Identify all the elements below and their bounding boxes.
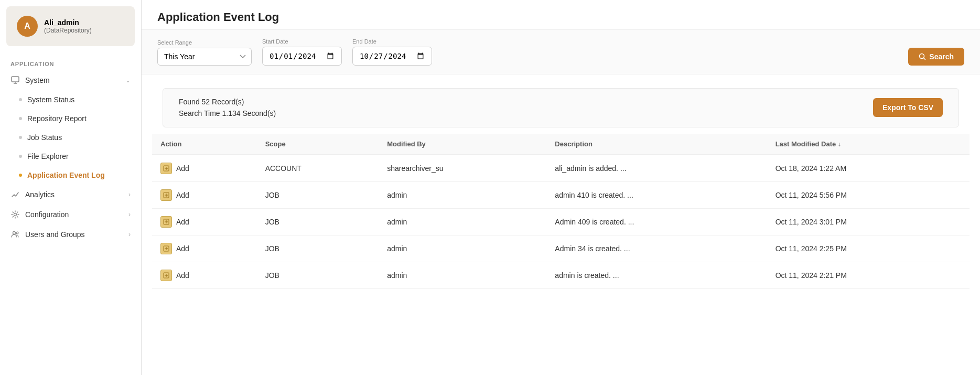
results-info: Found 52 Record(s) Search Time 1.134 Sec… [179, 96, 276, 120]
page-header: Application Event Log [142, 0, 980, 30]
range-filter-group: Select Range This Year Last Year Custom [157, 39, 252, 66]
col-last-modified-date[interactable]: Last Modified Date ↓ [767, 134, 970, 155]
sidebar-item-label: Job Status [27, 133, 62, 142]
user-info: Ali_admin (DataRepository) [44, 18, 92, 34]
table-row[interactable]: Add ACCOUNT sharearchiver_su ali_admin i… [152, 155, 970, 182]
sidebar-item-repository-report[interactable]: Repository Report [0, 109, 141, 128]
sidebar-item-system[interactable]: System ⌄ [0, 70, 141, 90]
chevron-right-icon: › [128, 211, 131, 218]
sidebar-item-label: System [25, 76, 50, 84]
col-action: Action [152, 134, 257, 155]
cell-scope: ACCOUNT [257, 155, 379, 182]
table-container: Action Scope Modified By Description Las… [142, 127, 980, 375]
cell-action: Add [152, 235, 257, 262]
analytics-icon [10, 190, 20, 199]
cell-description: admin is created. ... [546, 262, 767, 288]
sidebar-item-label: Analytics [25, 190, 55, 199]
cell-scope: JOB [257, 235, 379, 262]
action-icon [160, 189, 172, 201]
cell-last-modified-date: Oct 18, 2024 1:22 AM [767, 155, 970, 182]
sidebar-item-label: File Explorer [27, 152, 69, 160]
range-label: Select Range [157, 39, 252, 46]
sidebar-item-users-and-groups[interactable]: Users and Groups › [0, 224, 141, 244]
sidebar-item-analytics[interactable]: Analytics › [0, 185, 141, 205]
user-profile[interactable]: A Ali_admin (DataRepository) [6, 6, 135, 46]
cell-modified-by: admin [379, 235, 546, 262]
dot-indicator [19, 98, 22, 101]
search-icon [919, 53, 926, 60]
end-date-label: End Date [352, 38, 432, 45]
dot-indicator [19, 136, 22, 139]
svg-point-2 [13, 232, 16, 234]
col-description: Description [546, 134, 767, 155]
username-label: Ali_admin [44, 18, 92, 27]
action-icon [160, 163, 172, 174]
table-row[interactable]: Add JOB admin Admin 409 is created. ... … [152, 208, 970, 235]
cell-description: Admin 34 is created. ... [546, 235, 767, 262]
end-date-filter-group: End Date [352, 38, 432, 66]
cell-scope: JOB [257, 181, 379, 208]
export-csv-button[interactable]: Export To CSV [873, 98, 943, 117]
sidebar-item-application-event-log[interactable]: Application Event Log [0, 166, 141, 185]
sidebar-item-configuration[interactable]: Configuration › [0, 205, 141, 224]
action-icon [160, 243, 172, 254]
search-button-label: Search [929, 52, 954, 61]
svg-rect-0 [12, 77, 19, 82]
users-icon [10, 230, 20, 239]
cell-action: Add [152, 181, 257, 208]
filters-bar: Select Range This Year Last Year Custom … [142, 30, 980, 74]
cell-last-modified-date: Oct 11, 2024 3:01 PM [767, 208, 970, 235]
search-button[interactable]: Search [908, 48, 964, 66]
repo-label: (DataRepository) [44, 27, 92, 34]
cell-last-modified-date: Oct 11, 2024 5:56 PM [767, 181, 970, 208]
sidebar-item-label: Configuration [25, 210, 69, 219]
cell-action: Add [152, 208, 257, 235]
sidebar-item-system-status[interactable]: System Status [0, 90, 141, 109]
cell-action: Add [152, 262, 257, 288]
cell-action: Add [152, 155, 257, 182]
svg-point-1 [14, 213, 17, 216]
action-icon [160, 270, 172, 281]
active-dot-indicator [19, 174, 22, 177]
cell-description: admin 410 is created. ... [546, 181, 767, 208]
table-row[interactable]: Add JOB admin admin 410 is created. ... … [152, 181, 970, 208]
range-select[interactable]: This Year Last Year Custom [157, 48, 252, 66]
sort-icon: ↓ [838, 141, 841, 148]
main-content: Application Event Log Select Range This … [142, 0, 980, 375]
system-icon [10, 76, 20, 85]
col-scope: Scope [257, 134, 379, 155]
event-log-table: Action Scope Modified By Description Las… [152, 134, 970, 289]
chevron-down-icon: ⌄ [125, 77, 131, 84]
cell-last-modified-date: Oct 11, 2024 2:21 PM [767, 262, 970, 288]
results-bar: Found 52 Record(s) Search Time 1.134 Sec… [163, 88, 959, 127]
sidebar-item-label: Users and Groups [25, 230, 85, 239]
avatar: A [17, 16, 38, 37]
records-found-text: Found 52 Record(s) [179, 96, 276, 108]
svg-point-3 [16, 232, 18, 234]
table-header-row: Action Scope Modified By Description Las… [152, 134, 970, 155]
configuration-icon [10, 210, 20, 219]
start-date-filter-group: Start Date [262, 38, 342, 66]
sidebar: A Ali_admin (DataRepository) APPLICATION… [0, 0, 142, 375]
sidebar-item-job-status[interactable]: Job Status [0, 128, 141, 147]
start-date-input[interactable] [262, 47, 342, 66]
sidebar-section-application: APPLICATION [0, 52, 141, 70]
dot-indicator [19, 155, 22, 158]
page-title: Application Event Log [157, 10, 964, 24]
cell-description: Admin 409 is created. ... [546, 208, 767, 235]
cell-modified-by: sharearchiver_su [379, 155, 546, 182]
sidebar-item-label: Application Event Log [27, 171, 105, 179]
dot-indicator [19, 117, 22, 120]
table-row[interactable]: Add JOB admin Admin 34 is created. ... O… [152, 235, 970, 262]
sidebar-item-label: System Status [27, 95, 74, 104]
action-icon [160, 216, 172, 228]
chevron-right-icon: › [128, 191, 131, 198]
table-row[interactable]: Add JOB admin admin is created. ... Oct … [152, 262, 970, 288]
cell-scope: JOB [257, 262, 379, 288]
end-date-input[interactable] [352, 47, 432, 66]
start-date-label: Start Date [262, 38, 342, 45]
col-modified-by: Modified By [379, 134, 546, 155]
search-time-text: Search Time 1.134 Second(s) [179, 108, 276, 119]
sidebar-item-file-explorer[interactable]: File Explorer [0, 147, 141, 166]
cell-last-modified-date: Oct 11, 2024 2:25 PM [767, 235, 970, 262]
